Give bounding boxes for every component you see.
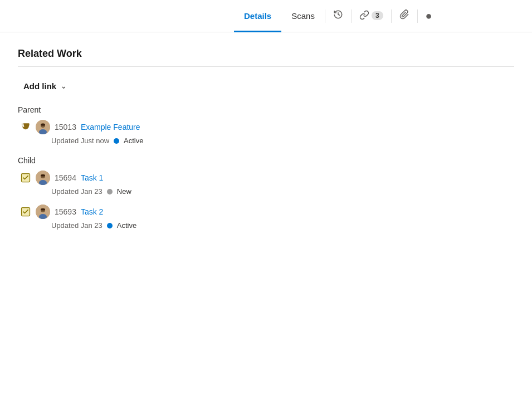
item-id-15694: 15694 bbox=[55, 173, 76, 182]
svg-rect-11 bbox=[41, 175, 45, 176]
tab-scans[interactable]: Scans bbox=[281, 1, 325, 32]
work-item-15693: 15693 Task 2 Updated Jan 23 Active bbox=[18, 205, 514, 230]
status-text-15693: Active bbox=[117, 221, 136, 230]
svg-rect-4 bbox=[41, 124, 45, 125]
tab-links[interactable]: 3 bbox=[352, 1, 391, 32]
status-dot-active-15013 bbox=[114, 138, 119, 144]
work-item-row-15694: 15694 Task 1 bbox=[20, 171, 514, 185]
item-link-15693[interactable]: Task 2 bbox=[81, 207, 103, 216]
relation-group-child: Child bbox=[18, 156, 514, 230]
tab-scans-label: Scans bbox=[291, 11, 315, 21]
status-text-15694: New bbox=[117, 187, 131, 196]
tab-history[interactable] bbox=[325, 1, 351, 32]
child-label: Child bbox=[18, 156, 514, 165]
status-text-15013: Active bbox=[124, 137, 143, 145]
work-item-row-15693: 15693 Task 2 bbox=[20, 205, 514, 219]
work-item-meta-15694: Updated Jan 23 New bbox=[20, 187, 514, 196]
status-dot-active-15693 bbox=[107, 223, 113, 228]
tab-details[interactable]: Details bbox=[234, 1, 281, 32]
relation-group-parent: Parent 15013 bbox=[18, 105, 514, 145]
avatar-15013 bbox=[36, 120, 50, 134]
item-id-15693: 15693 bbox=[55, 207, 76, 216]
work-item-15694: 15694 Task 1 Updated Jan 23 New bbox=[18, 171, 514, 196]
update-text-15013: Updated Just now bbox=[51, 137, 109, 145]
avatar-15694 bbox=[36, 171, 50, 185]
attachments-icon bbox=[399, 9, 409, 22]
add-link-label: Add link bbox=[23, 81, 56, 91]
section-title: Related Work bbox=[18, 48, 514, 60]
chevron-down-icon: ⌄ bbox=[61, 82, 66, 90]
task-icon-15694 bbox=[20, 172, 31, 183]
item-link-15013[interactable]: Example Feature bbox=[81, 123, 140, 132]
work-item-meta-15693: Updated Jan 23 Active bbox=[20, 221, 514, 230]
tab-more[interactable]: ● bbox=[418, 1, 440, 32]
more-icon: ● bbox=[426, 9, 432, 22]
add-link-button[interactable]: Add link ⌄ bbox=[18, 78, 72, 94]
work-item-15013: 15013 Example Feature Updated Just now A… bbox=[18, 120, 514, 145]
links-icon bbox=[359, 10, 369, 22]
work-item-row: 15013 Example Feature bbox=[20, 120, 514, 134]
header-tabs: Details Scans 3 ● bbox=[0, 0, 532, 32]
svg-rect-18 bbox=[41, 209, 45, 210]
item-id-15013: 15013 bbox=[55, 123, 76, 132]
parent-label: Parent bbox=[18, 105, 514, 114]
update-text-15693: Updated Jan 23 bbox=[51, 221, 103, 230]
item-link-15694[interactable]: Task 1 bbox=[81, 173, 103, 182]
main-content: Related Work Add link ⌄ Parent bbox=[0, 32, 532, 254]
section-divider bbox=[18, 66, 514, 67]
update-text-15694: Updated Jan 23 bbox=[51, 187, 103, 196]
history-icon bbox=[333, 9, 343, 22]
task-icon-15693 bbox=[20, 206, 31, 217]
trophy-icon bbox=[20, 121, 31, 133]
tab-attachments[interactable] bbox=[392, 1, 417, 32]
status-dot-new-15694 bbox=[107, 189, 113, 194]
tab-details-label: Details bbox=[244, 11, 271, 21]
avatar-15693 bbox=[36, 205, 50, 219]
links-badge: 3 bbox=[372, 11, 383, 20]
work-item-meta-15013: Updated Just now Active bbox=[20, 137, 514, 145]
